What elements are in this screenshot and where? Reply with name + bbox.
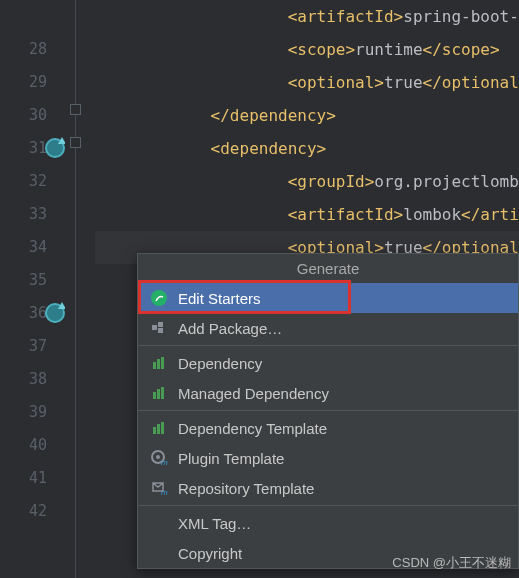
svg-rect-4: [153, 362, 156, 369]
svg-text:m: m: [161, 458, 168, 467]
svg-rect-9: [161, 387, 164, 399]
menu-item-edit-starters[interactable]: Edit Starters: [138, 283, 518, 313]
menu-separator: [138, 410, 518, 411]
run-icon[interactable]: [45, 303, 65, 323]
fold-marker-icon[interactable]: [70, 137, 81, 148]
code-line: <artifactId>spring-boot-: [95, 0, 519, 33]
line-number: [0, 0, 47, 33]
code-line: </dependency>: [95, 99, 519, 132]
menu-item-repository-template[interactable]: m Repository Template: [138, 473, 518, 503]
menu-separator: [138, 345, 518, 346]
menu-item-label: XML Tag…: [178, 515, 251, 532]
menu-item-label: Dependency: [178, 355, 262, 372]
menu-item-label: Copyright: [178, 545, 242, 562]
menu-item-label: Repository Template: [178, 480, 314, 497]
svg-rect-6: [161, 357, 164, 369]
svg-rect-7: [153, 392, 156, 399]
line-number: 42: [0, 495, 47, 528]
svg-rect-5: [157, 359, 160, 369]
menu-item-label: Plugin Template: [178, 450, 284, 467]
svg-rect-3: [158, 328, 163, 333]
line-number: 30: [0, 99, 47, 132]
line-number: 32: [0, 165, 47, 198]
svg-rect-2: [158, 322, 163, 327]
spring-icon: [150, 289, 168, 307]
menu-separator: [138, 505, 518, 506]
svg-point-14: [156, 455, 160, 459]
menu-item-label: Dependency Template: [178, 420, 327, 437]
menu-item-xml-tag[interactable]: XML Tag…: [138, 508, 518, 538]
svg-rect-10: [153, 427, 156, 434]
code-line: <scope>runtime</scope>: [95, 33, 519, 66]
bars-icon: [150, 354, 168, 372]
svg-rect-1: [152, 325, 157, 330]
line-number: 36: [0, 297, 47, 330]
fold-marker-icon[interactable]: [70, 104, 81, 115]
menu-item-label: Managed Dependency: [178, 385, 329, 402]
menu-item-label: Edit Starters: [178, 290, 261, 307]
run-icon[interactable]: [45, 138, 65, 158]
menu-item-label: Add Package…: [178, 320, 282, 337]
svg-rect-12: [161, 422, 164, 434]
watermark: CSDN @小王不迷糊: [392, 554, 511, 572]
line-number: 33: [0, 198, 47, 231]
code-line: <artifactId>lombok</arti: [95, 198, 519, 231]
menu-item-dependency[interactable]: Dependency: [138, 348, 518, 378]
package-icon: [150, 319, 168, 337]
svg-rect-8: [157, 389, 160, 399]
menu-title: Generate: [138, 254, 518, 283]
code-line: <groupId>org.projectlomb: [95, 165, 519, 198]
line-number: 29: [0, 66, 47, 99]
line-number: 41: [0, 462, 47, 495]
code-line: <optional>true</optional: [95, 66, 519, 99]
menu-item-managed-dependency[interactable]: Managed Dependency: [138, 378, 518, 408]
menu-item-add-package[interactable]: Add Package…: [138, 313, 518, 343]
line-number: 38: [0, 363, 47, 396]
generate-menu: Generate Edit Starters Add Package… Depe…: [137, 253, 519, 569]
line-number: 28: [0, 33, 47, 66]
menu-item-dependency-template[interactable]: Dependency Template: [138, 413, 518, 443]
code-line: <dependency>: [95, 132, 519, 165]
repo-m-icon: m: [150, 479, 168, 497]
bars-icon: [150, 384, 168, 402]
svg-rect-11: [157, 424, 160, 434]
svg-text:m: m: [161, 488, 168, 497]
menu-item-plugin-template[interactable]: m Plugin Template: [138, 443, 518, 473]
line-number: 34: [0, 231, 47, 264]
line-number: 31: [0, 132, 47, 165]
blank-icon: [150, 544, 168, 562]
bars-icon: [150, 419, 168, 437]
line-number: 37: [0, 330, 47, 363]
gear-m-icon: m: [150, 449, 168, 467]
line-number: 35: [0, 264, 47, 297]
blank-icon: [150, 514, 168, 532]
line-number: 40: [0, 429, 47, 462]
line-number: 39: [0, 396, 47, 429]
line-gutter: 28 29 30 31 32 33 34 35 36 37 38 39 40 4…: [0, 0, 65, 578]
fold-column: [65, 0, 90, 578]
